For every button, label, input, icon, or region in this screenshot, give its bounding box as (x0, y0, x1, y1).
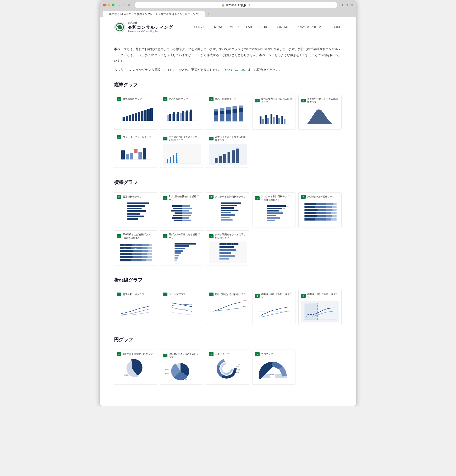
close-button[interactable] (103, 4, 106, 6)
svg-rect-56 (276, 115, 278, 124)
svg-rect-14 (144, 110, 147, 121)
svg-point-239 (191, 304, 192, 305)
svg-rect-203 (174, 248, 185, 249)
chart-card-pie-2[interactable]: X 上位3位だけを強調する円グラフ 39.7% (160, 349, 203, 385)
new-tab-button[interactable]: + (206, 11, 210, 17)
card-header: X 普通の縦棒グラフ (117, 97, 155, 101)
chart-card-vbar-1[interactable]: X 普通の縦棒グラフ (114, 94, 157, 130)
svg-rect-52 (265, 115, 267, 124)
svg-rect-93 (219, 156, 222, 163)
svg-rect-46 (239, 108, 243, 112)
svg-rect-188 (120, 253, 132, 255)
chart-card-vbar-8[interactable]: X 背景にイラストを配置した縦棒グラフ IoT (206, 133, 249, 168)
svg-rect-138 (267, 212, 283, 214)
maximize-button[interactable] (112, 4, 115, 6)
svg-rect-45 (239, 112, 243, 121)
reload-icon[interactable]: ↺ (248, 3, 250, 7)
share-button[interactable]: ⬆ (346, 3, 349, 7)
chart-card-hbar-2[interactable]: X 2つの数値を比較する横棒グラフ (160, 192, 203, 227)
svg-rect-100 (127, 203, 149, 204)
site-header: 株式会社 令和コンサルティング Research and Consulting … (100, 17, 356, 37)
chart-svg (255, 106, 293, 127)
svg-rect-94 (223, 154, 226, 163)
chart-card-line-1[interactable]: X 普通の折れ線グラフ (114, 290, 157, 325)
svg-rect-39 (226, 114, 231, 121)
svg-rect-158 (332, 209, 337, 211)
svg-rect-198 (141, 259, 146, 261)
minimize-button[interactable] (107, 4, 110, 6)
chart-card-line-3[interactable]: X 指数で比較する折れ線グラフ +120% (206, 290, 249, 325)
card-title: 円グラフの代替になる横棒グラフ (169, 233, 201, 239)
section-pie: 円グラフ X 1位だけを強調する円グラフ (114, 337, 342, 385)
nav-media[interactable]: MEDIA (230, 26, 240, 29)
chart-card-vbar-7[interactable]: X データ系列をイラストで示した縦棒グラフ 👤 👤 👤 👤 (160, 133, 203, 168)
svg-rect-154 (332, 206, 337, 208)
nav-privacy-policy[interactable]: PRIVACY POLICY (297, 26, 322, 29)
svg-text:39.7%: 39.7% (165, 373, 169, 374)
chart-preview: コンサル 66.4% その他 33.6% (209, 358, 247, 379)
card-title: 積み上げ縦棒グラフ (215, 97, 236, 101)
chart-card-pie-1[interactable]: X 1位だけを強調する円グラフ 42.3% (114, 349, 157, 385)
chart-card-pie-4[interactable]: X 半円グラフ 47 (252, 349, 295, 385)
chart-svg (301, 201, 339, 222)
chart-card-pie-3[interactable]: X 二重円グラフ (206, 349, 249, 385)
svg-rect-115 (182, 210, 189, 212)
logo-company-main: 令和コンサルティング (128, 25, 173, 30)
chart-card-hbar-5[interactable]: X 100%積み上げ横棒グラフ (298, 192, 341, 227)
chart-card-hbar-8[interactable]: X データ系列をイラストで示した横棒グラフ (206, 230, 249, 265)
svg-rect-22 (173, 112, 175, 121)
svg-rect-116 (174, 212, 182, 214)
chart-card-vbar-5[interactable]: X 基準幅付きヒストグラム風縦棒グラフ (298, 94, 341, 130)
svg-point-238 (172, 305, 173, 306)
svg-rect-139 (267, 215, 276, 216)
nav-service[interactable]: SERVICE (194, 26, 207, 29)
excel-badge: X (255, 99, 260, 102)
card-title: ウォーターフォールグラフ (123, 136, 151, 139)
svg-text:👤: 👤 (169, 157, 172, 159)
tab-close-icon[interactable]: ✕ (199, 13, 201, 16)
chart-card-hbar-7[interactable]: X 円グラフの代替になる横棒グラフ (160, 230, 203, 265)
download-button[interactable]: ⬇ (341, 3, 344, 7)
excel-badge: X (163, 196, 167, 200)
nav-about[interactable]: ABOUT (259, 26, 269, 29)
chart-card-vbar-2[interactable]: X ずれた縦棒グラフ (160, 94, 203, 130)
svg-rect-70 (143, 148, 146, 160)
chart-card-vbar-6[interactable]: X ウォーターフォールグラフ (114, 133, 157, 168)
chart-card-vbar-4[interactable]: X 複数の要素を並列に見る縦棒グラフ (252, 94, 295, 130)
chart-preview (117, 298, 155, 320)
chart-card-vbar-3[interactable]: X 積み上げ縦棒グラフ (206, 94, 249, 130)
active-tab[interactable]: 仕事で使えるExcelグラフ 無料テンプレート – 株式会社 令和コンサルティン… (103, 11, 205, 17)
svg-rect-47 (239, 105, 243, 108)
svg-rect-12 (138, 112, 140, 121)
chart-card-hbar-3[interactable]: X アンケート集計用横棒グラフ (206, 192, 249, 227)
nav-news[interactable]: NEWS (214, 26, 223, 29)
address-bar[interactable]: 🔒 bizconsulting.jp ↺ (135, 2, 337, 8)
contact-us-link[interactable]: CONTACT US (225, 68, 245, 72)
url-text: bizconsulting.jp (226, 3, 246, 7)
reader-button[interactable]: ≡ (127, 3, 131, 7)
chart-card-line-5[interactable]: X 基準線（縦）付き折れ線グラフ (298, 290, 341, 325)
chart-card-hbar-6[interactable]: X 100%積み上げ横棒グラフ（割合表示付き） 35% 28% (114, 230, 157, 265)
nav-contact[interactable]: CONTACT (276, 26, 290, 29)
chart-card-hbar-1[interactable]: X 普通の横棒グラフ (114, 192, 157, 227)
card-title: ずれた縦棒グラフ (169, 97, 188, 101)
card-title: 2つの数値を比較する横棒グラフ (169, 195, 201, 202)
back-button[interactable]: ‹ (118, 3, 121, 7)
chart-card-line-2[interactable]: X スロープグラフ (160, 290, 203, 325)
logo-text-block: 株式会社 令和コンサルティング Research and Consulting … (128, 21, 173, 33)
svg-text:👤: 👤 (175, 153, 178, 155)
card-header: X スロープグラフ (163, 293, 201, 296)
nav-lab[interactable]: LAB (246, 26, 252, 29)
nav-recruit[interactable]: RECRUIT (328, 26, 342, 29)
excel-badge: X (209, 293, 214, 296)
intro-paragraph-2: もしも「このようなグラフも掲載してほしい」などのご要望がありましたら、「CONT… (114, 68, 342, 72)
duplicate-button[interactable]: ⧉ (350, 3, 353, 7)
chart-svg (117, 103, 155, 124)
chart-card-line-4[interactable]: X 基準線（横）付き折れ線グラフ (252, 290, 295, 325)
main-content: 本ページでは、弊社で日常的に使用している標準グラフを公開しています。すべてのグラ… (100, 37, 356, 406)
card-header: X 指数で比較する折れ線グラフ (209, 293, 247, 296)
forward-button[interactable]: › (122, 3, 125, 7)
chart-card-hbar-4[interactable]: X アンケート集計用横棒グラフ（割合表示付き） (252, 192, 295, 227)
excel-badge: X (117, 135, 121, 139)
intro-paragraph-1: 本ページでは、弊社で日常的に使用している標準グラフを公開しています。すべてのグラ… (114, 46, 342, 64)
